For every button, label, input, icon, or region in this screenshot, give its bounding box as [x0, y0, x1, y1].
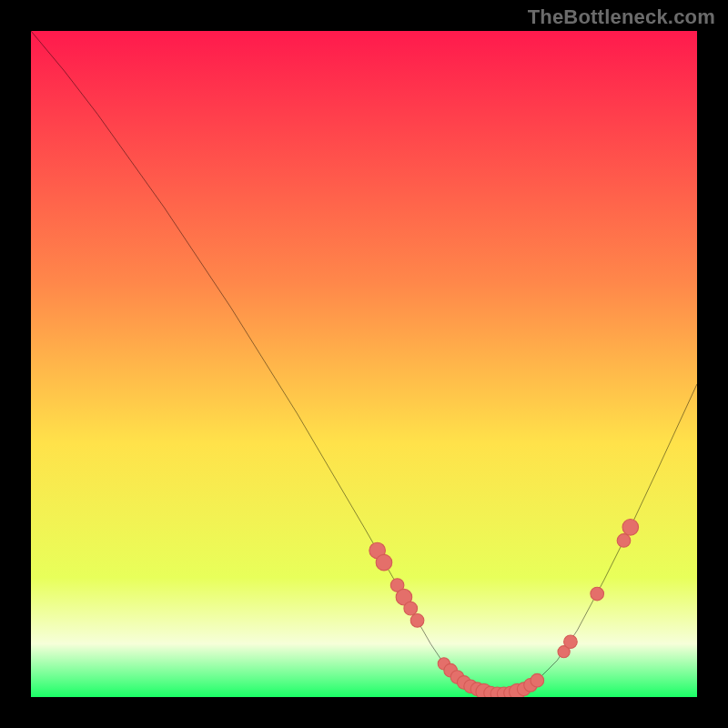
curve-marker [410, 614, 424, 628]
curve-marker [564, 635, 578, 649]
chart-svg [31, 31, 697, 697]
plot-area [31, 31, 697, 697]
curve-marker [531, 673, 544, 687]
curve-marker [622, 520, 639, 536]
curve-marker [376, 554, 392, 571]
chart-stage: TheBottleneck.com [0, 0, 728, 728]
watermark-text: TheBottleneck.com [528, 5, 715, 29]
curve-marker [591, 587, 604, 601]
curve-marker [404, 602, 418, 615]
curve-marker [617, 534, 631, 548]
